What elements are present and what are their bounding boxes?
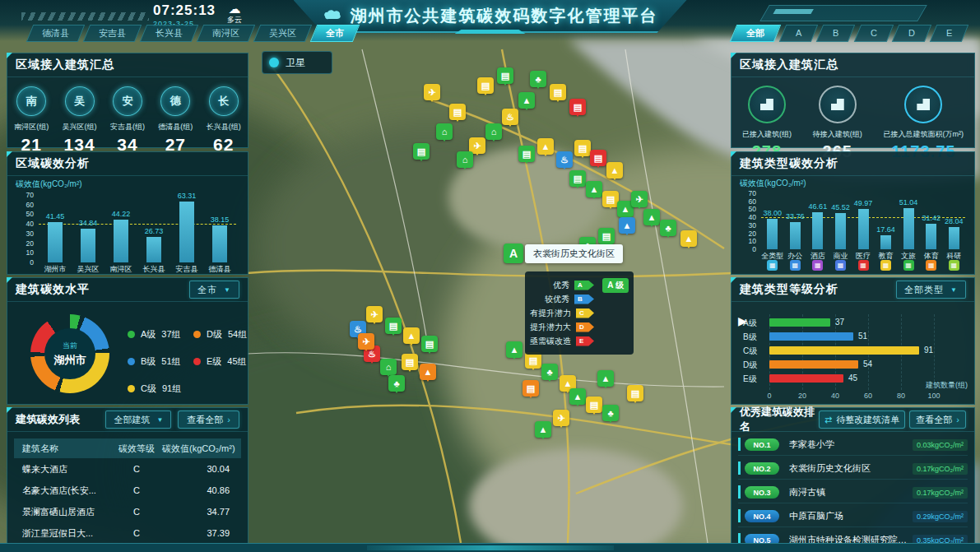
map-marker-school-icon[interactable]: ▲ [569, 388, 586, 405]
map-marker-landmark-icon[interactable]: ⌂ [485, 123, 502, 140]
map-marker-park-icon[interactable]: ♣ [660, 220, 676, 236]
map-marker-airport-icon[interactable]: ✈ [631, 191, 648, 207]
tab-grade-全部[interactable]: 全部 [730, 25, 781, 42]
map-marker-hotel-icon[interactable]: ♨ [556, 151, 573, 168]
city-scope-dropdown[interactable]: 全市 ▼ [189, 281, 239, 299]
table-row[interactable]: 景澜富硒山居酒店C34.77 [14, 501, 241, 522]
map-marker-building-icon[interactable]: ▤ [449, 104, 466, 120]
school-icon: ▲ [407, 332, 416, 341]
tab-label: A [796, 26, 801, 41]
donut-center-value: 湖州市 [54, 353, 86, 368]
table-header-cell: 建筑名称 [14, 443, 111, 455]
x-axis-tick: 100 [927, 392, 940, 400]
map-marker-building-icon[interactable]: ▤ [402, 354, 418, 370]
ranking-row[interactable]: NO.4中原百脑广场0.29kgCO₂/m² [738, 506, 968, 527]
rectify-list-button[interactable]: ⇄ 待整改建筑清单 [819, 411, 905, 429]
map-marker-building-icon[interactable]: ▤ [569, 99, 586, 115]
map-marker-school-icon[interactable]: ▲ [680, 230, 697, 247]
map-marker-building-icon[interactable]: ▤ [518, 146, 535, 162]
map-marker-park-icon[interactable]: ♣ [530, 71, 546, 87]
table-header-row: 建筑名称碳效等级碳效值(kgCO₂/m²) [14, 438, 241, 458]
sports-icon: ▦ [926, 260, 936, 271]
map-marker-airport-icon[interactable]: ✈ [553, 410, 569, 426]
tab-region-长兴县[interactable]: 长兴县 [140, 25, 198, 42]
grade-label: B级 [743, 332, 757, 343]
map-marker-school-icon[interactable]: ▲ [643, 209, 660, 225]
map-marker-building-icon[interactable]: ▤ [497, 67, 513, 84]
map-marker-school-icon[interactable]: ▲ [506, 341, 523, 358]
tab-region-全市[interactable]: 全市 [310, 25, 360, 42]
map-marker-school-icon[interactable]: ▲ [606, 162, 623, 179]
ranking-row[interactable]: NO.1李家巷小学0.03kgCO₂/m² [738, 434, 968, 456]
ranking-value-badge: 0.29kgCO₂/m² [913, 511, 968, 522]
panel-title: 建筑碳效列表 全部建筑 ▼ 查看全部 › [7, 408, 248, 432]
map-marker-landmark-icon[interactable]: ⌂ [457, 151, 473, 168]
legend-dot-icon [193, 358, 201, 365]
map-marker-building-icon[interactable]: ▤ [385, 318, 402, 334]
map-marker-school-icon[interactable]: ▲ [597, 370, 614, 387]
bar-value-label: 63.31 [167, 192, 207, 200]
map-marker-building-icon[interactable]: ▤ [550, 84, 566, 100]
legend-dot-icon [193, 331, 201, 338]
map-marker-building-icon[interactable]: ▤ [569, 170, 586, 187]
map-marker-school-icon[interactable]: ▲ [420, 364, 436, 380]
map-marker-building-icon[interactable]: ▤ [590, 150, 606, 166]
map-marker-building-icon[interactable]: ▤ [421, 336, 438, 352]
map-marker-building-icon[interactable]: ▤ [598, 228, 615, 244]
map-marker-airport-icon[interactable]: ✈ [358, 333, 374, 350]
panel-collapse-arrow[interactable]: ▶ [738, 314, 747, 327]
table-row[interactable]: 浙江皇冠假日大...C37.39 [14, 522, 241, 544]
map-marker-building-icon[interactable]: ▤ [586, 397, 602, 413]
map-marker-school-icon[interactable]: ▲ [586, 181, 602, 197]
school-icon: ▲ [564, 379, 573, 388]
map-marker-school-icon[interactable]: ▲ [403, 327, 420, 344]
table-row[interactable]: 名豪大酒店(长安...C40.86 [14, 480, 241, 501]
tab-grade-C[interactable]: C [854, 25, 894, 42]
x-axis-label: 安吉县 [170, 264, 203, 275]
bar-全类型 [767, 219, 778, 249]
tab-region-南浔区[interactable]: 南浔区 [197, 25, 255, 42]
tab-region-吴兴区[interactable]: 吴兴区 [253, 25, 312, 42]
map-marker-building-icon[interactable]: ▤ [627, 385, 643, 401]
legend-row-E: 亟需碳改造E [530, 334, 627, 348]
school-icon: ▲ [523, 96, 532, 105]
map-marker-building-icon[interactable]: ▤ [525, 352, 541, 369]
tab-grade-A[interactable]: A [779, 25, 819, 42]
ranking-row[interactable]: NO.2衣裳街历史文化街区0.17kgCO₂/m² [738, 458, 968, 480]
map-marker-airport-icon[interactable]: ✈ [424, 84, 440, 100]
map-marker-landmark-icon[interactable]: ⌂ [436, 123, 453, 140]
map-marker-hotel-icon[interactable]: ♨ [502, 109, 518, 125]
tab-region-德清县[interactable]: 德清县 [26, 25, 85, 42]
tab-region-安吉县[interactable]: 安吉县 [83, 25, 142, 42]
building-filter-dropdown[interactable]: 全部建筑 ▼ [105, 411, 171, 429]
tab-grade-D[interactable]: D [891, 25, 931, 42]
map-marker-landmark-icon[interactable]: ⌂ [380, 359, 397, 375]
school-icon: ▲ [510, 346, 519, 355]
tab-grade-B[interactable]: B [816, 25, 856, 42]
map-marker-building-icon[interactable]: ▤ [477, 77, 494, 94]
region-stat-label: 吴兴区(组) [57, 122, 103, 132]
map-marker-park-icon[interactable]: ♣ [388, 375, 405, 392]
tab-grade-E[interactable]: E [929, 25, 968, 42]
map-marker-building-icon[interactable]: ▤ [574, 140, 591, 156]
map-marker-school-icon[interactable]: ▲ [619, 217, 635, 234]
airport-icon: ✈ [362, 337, 369, 346]
map-marker-building-icon[interactable]: ▤ [602, 191, 619, 207]
map-marker-building-icon[interactable]: ▤ [413, 143, 430, 160]
satellite-layer-toggle[interactable]: 卫星 [262, 51, 332, 74]
ranking-row[interactable]: NO.3南浔古镇0.17kgCO₂/m² [738, 482, 968, 503]
map-marker-park-icon[interactable]: ♣ [541, 364, 558, 380]
map-marker-school-icon[interactable]: ▲ [535, 421, 551, 438]
grade-legend-panel: A 级 优秀A较优秀B有提升潜力C提升潜力大D亟需碳改造E [525, 271, 634, 355]
map-marker-park-icon[interactable]: ♣ [602, 405, 619, 421]
map-marker-school-icon[interactable]: ▲ [518, 92, 535, 109]
map-marker-school-icon[interactable]: ▲ [537, 138, 554, 155]
view-all-button[interactable]: 查看全部 › [178, 411, 239, 429]
map-marker-airport-icon[interactable]: ✈ [366, 306, 383, 322]
view-all-button[interactable]: 查看全部 › [909, 411, 966, 429]
map-marker-tooltip[interactable]: A 衣裳街历史文化街区 [504, 244, 623, 263]
map-marker-building-icon[interactable]: ▤ [523, 380, 539, 397]
park-icon: ♣ [393, 379, 399, 388]
table-row[interactable]: 蝶来大酒店C30.04 [14, 458, 241, 480]
ranking-value-badge: 0.17kgCO₂/m² [913, 487, 968, 499]
